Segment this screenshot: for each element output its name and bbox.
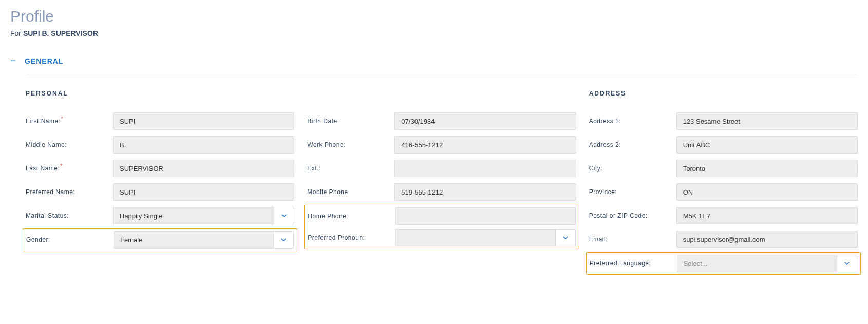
chevron-down-icon[interactable]: [555, 229, 576, 246]
birth-date-input[interactable]: [394, 112, 576, 130]
address1-input[interactable]: [676, 112, 858, 130]
subtitle-person-name: SUPI B. SUPERVISOR: [23, 29, 98, 37]
mobile-phone-input[interactable]: [394, 183, 576, 201]
field-address1: Address 1:: [589, 112, 858, 130]
field-preferred-pronoun: Preferred Pronoun:: [308, 229, 575, 246]
chevron-down-icon[interactable]: [273, 231, 294, 249]
chevron-down-icon[interactable]: [274, 207, 294, 224]
required-marker: *: [61, 116, 63, 122]
ext-input[interactable]: [394, 160, 576, 177]
marital-status-label: Marital Status:: [26, 212, 113, 219]
field-work-phone: Work Phone:: [307, 136, 576, 154]
group-heading-address: ADDRESS: [589, 90, 858, 98]
gender-select[interactable]: Female: [114, 231, 294, 249]
field-province: Province:: [589, 183, 858, 201]
collapse-toggle[interactable]: −: [10, 55, 15, 66]
preferred-pronoun-select[interactable]: [395, 229, 575, 246]
field-ext: Ext.:: [307, 160, 576, 177]
column-personal: PERSONAL First Name:* Middle Name: Last …: [26, 90, 294, 279]
field-first-name: First Name:*: [26, 112, 294, 130]
highlight-gender: Gender: Female: [23, 228, 297, 251]
email-input[interactable]: [676, 231, 858, 248]
first-name-label: First Name:*: [26, 118, 113, 125]
page-title: Profile: [10, 8, 858, 25]
mobile-phone-label: Mobile Phone:: [307, 188, 394, 196]
subtitle-for-label: For: [10, 29, 23, 37]
field-middle-name: Middle Name:: [26, 136, 294, 154]
field-marital-status: Marital Status: Happily Single: [26, 207, 294, 224]
middle-name-input[interactable]: [113, 136, 294, 154]
required-marker: *: [60, 163, 62, 169]
field-preferred-name: Preferred Name:: [26, 183, 294, 201]
field-preferred-language: Preferred Language: Select...: [590, 255, 857, 272]
province-input[interactable]: [676, 183, 858, 201]
section-divider: [26, 74, 858, 74]
home-phone-input[interactable]: [395, 207, 575, 225]
postal-input[interactable]: [676, 207, 858, 224]
field-mobile-phone: Mobile Phone:: [307, 183, 576, 201]
last-name-label: Last Name:*: [26, 165, 113, 172]
preferred-language-label: Preferred Language:: [590, 260, 677, 267]
city-label: City:: [589, 165, 676, 172]
first-name-input[interactable]: [113, 112, 294, 130]
preferred-language-select[interactable]: Select...: [677, 255, 857, 272]
chevron-down-icon[interactable]: [837, 255, 857, 272]
marital-status-value: Happily Single: [113, 207, 274, 224]
field-email: Email:: [589, 231, 858, 248]
field-last-name: Last Name:*: [26, 160, 294, 177]
page-subtitle: For SUPI B. SUPERVISOR: [10, 29, 858, 37]
gender-value: Female: [114, 231, 273, 249]
preferred-language-value: Select...: [677, 255, 837, 272]
city-input[interactable]: [676, 160, 858, 177]
section-header: − GENERAL: [10, 55, 858, 66]
email-label: Email:: [589, 236, 676, 243]
middle-name-label: Middle Name:: [26, 141, 113, 148]
field-home-phone: Home Phone:: [308, 207, 575, 225]
group-heading-contact-empty: [307, 90, 576, 98]
last-name-input[interactable]: [113, 160, 294, 177]
preferred-name-label: Preferred Name:: [26, 188, 113, 196]
preferred-pronoun-value: [395, 229, 555, 246]
home-phone-label: Home Phone:: [308, 213, 395, 220]
work-phone-label: Work Phone:: [307, 141, 394, 148]
highlight-home-pronoun: Home Phone: Preferred Pronoun:: [304, 205, 579, 249]
birth-date-label: Birth Date:: [307, 118, 394, 125]
address2-label: Address 2:: [589, 141, 676, 148]
address1-label: Address 1:: [589, 118, 676, 125]
postal-label: Postal or ZIP Code:: [589, 212, 676, 219]
address2-input[interactable]: [676, 136, 858, 154]
work-phone-input[interactable]: [394, 136, 576, 154]
preferred-pronoun-label: Preferred Pronoun:: [308, 234, 395, 241]
column-address: ADDRESS Address 1: Address 2: City: Prov…: [589, 90, 858, 279]
field-city: City:: [589, 160, 858, 177]
highlight-preferred-language: Preferred Language: Select...: [586, 252, 861, 275]
field-postal: Postal or ZIP Code:: [589, 207, 858, 224]
preferred-name-input[interactable]: [113, 183, 294, 201]
ext-label: Ext.:: [307, 165, 394, 172]
gender-label: Gender:: [26, 236, 114, 243]
group-heading-personal: PERSONAL: [26, 90, 294, 98]
section-title-general: GENERAL: [25, 57, 63, 65]
province-label: Province:: [589, 188, 676, 196]
column-contact: Birth Date: Work Phone: Ext.: Mobile Pho…: [307, 90, 576, 279]
field-birth-date: Birth Date:: [307, 112, 576, 130]
marital-status-select[interactable]: Happily Single: [113, 207, 294, 224]
field-address2: Address 2:: [589, 136, 858, 154]
form-columns: PERSONAL First Name:* Middle Name: Last …: [10, 90, 858, 279]
field-gender: Gender: Female: [26, 231, 294, 249]
